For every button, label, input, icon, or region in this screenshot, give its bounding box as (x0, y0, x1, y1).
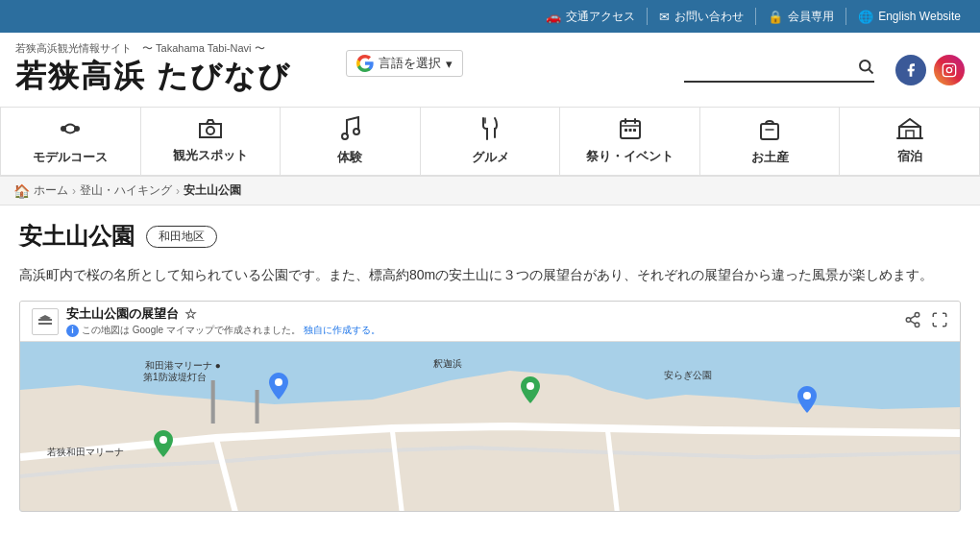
nav-festival[interactable]: 祭り・イベント (560, 107, 700, 176)
svg-rect-15 (899, 127, 920, 138)
globe-icon: 🌐 (858, 10, 873, 24)
nav-accommodation[interactable]: 宿泊 (840, 107, 980, 176)
map-pin-marina[interactable] (268, 373, 289, 403)
svg-point-9 (354, 129, 359, 134)
header: 若狭高浜観光情報サイト 〜 Takahama Tabi-Navi 〜 若狭高浜 … (0, 33, 980, 108)
map-info-text: この地図は Google マイマップで作成されました。 (82, 324, 301, 337)
breadcrumb-current: 安土山公園 (184, 182, 241, 199)
google-logo (356, 55, 374, 72)
access-label: 交通アクセス (566, 9, 635, 25)
hotel-icon (896, 117, 923, 144)
breadcrumb-hiking[interactable]: 登山・ハイキング (80, 182, 172, 199)
map-title-text: 安土山公園の展望台 (66, 305, 179, 323)
member-link[interactable]: 🔒 会員専用 (758, 5, 844, 29)
map-controls (904, 311, 948, 332)
nav-model-course[interactable]: モデルコース (0, 107, 141, 176)
car-icon: 🚗 (546, 10, 561, 24)
nav-sightseeing[interactable]: 観光スポット (141, 107, 282, 176)
svg-point-8 (342, 133, 348, 139)
map-body[interactable]: 和田港マリーナ ● 第1防波堤灯台 釈迦浜 安らぎ公園 若狭和田マリーナ (20, 342, 960, 512)
instagram-icon[interactable] (934, 55, 965, 85)
divider-3 (845, 8, 846, 25)
contact-label: お問い合わせ (674, 9, 744, 25)
svg-rect-16 (906, 131, 914, 138)
nav-souvenir[interactable]: お土産 (700, 107, 841, 176)
svg-point-30 (159, 436, 167, 444)
translate-button[interactable]: 言語を選択 ▾ (346, 50, 463, 77)
svg-point-29 (803, 392, 811, 400)
logo-area: 若狭高浜観光情報サイト 〜 Takahama Tabi-Navi 〜 若狭高浜 … (15, 41, 646, 98)
lock-icon: 🔒 (768, 10, 783, 24)
map-pin-shakahama[interactable] (520, 376, 541, 407)
svg-rect-13 (633, 129, 636, 132)
breadcrumb-home[interactable]: ホーム (34, 182, 68, 199)
translate-label: 言語を選択 (379, 55, 441, 72)
nav-gourmet[interactable]: グルメ (421, 107, 561, 176)
nav-experience-label: 体験 (337, 149, 362, 166)
nav-model-course-label: モデルコース (33, 149, 108, 166)
map-info: i この地図は Google マイマップで作成されました。 独自に作成する。 (66, 324, 896, 337)
main-nav: モデルコース 観光スポット 体験 (0, 108, 980, 177)
nav-festival-label: 祭り・イベント (586, 148, 674, 165)
svg-rect-11 (625, 129, 627, 132)
svg-line-1 (869, 69, 872, 73)
svg-rect-18 (38, 323, 52, 325)
english-label: English Website (878, 10, 961, 23)
search-icon (857, 58, 874, 75)
svg-line-22 (910, 321, 915, 324)
map-fullscreen-button[interactable] (931, 311, 948, 332)
map-label-lighthouse: 第1防波堤灯台 (143, 371, 207, 384)
page-description: 高浜町内で桜の名所として知られている公園です。また、標高約80mの安土山に３つの… (19, 263, 961, 287)
map-create-link[interactable]: 独自に作成する。 (304, 324, 380, 337)
search-button[interactable] (857, 58, 874, 79)
breadcrumb: 🏠 ホーム › 登山・ハイキング › 安土山公園 (0, 177, 980, 206)
nav-experience[interactable]: 体験 (281, 107, 421, 176)
svg-rect-2 (943, 63, 955, 76)
bag-icon (758, 116, 781, 145)
map-top-bar: 安土山公園の展望台 ☆ i この地図は Google マイマップで作成されました… (20, 302, 960, 342)
site-subtitle: 若狭高浜観光情報サイト 〜 Takahama Tabi-Navi 〜 (15, 41, 646, 56)
model-course-icon (58, 116, 83, 145)
info-icon: i (66, 325, 79, 337)
svg-line-23 (910, 316, 915, 319)
svg-rect-25 (211, 380, 215, 424)
map-pin-yasuragi[interactable] (796, 386, 818, 417)
map-share-button[interactable] (904, 311, 921, 332)
svg-rect-14 (761, 124, 778, 139)
access-link[interactable]: 🚗 交通アクセス (536, 5, 645, 29)
mail-icon: ✉ (659, 10, 670, 24)
svg-point-20 (906, 317, 911, 322)
fork-knife-icon (479, 116, 501, 145)
map-pin-wada-marina[interactable] (153, 430, 174, 461)
facebook-icon[interactable] (895, 55, 926, 85)
svg-point-19 (915, 312, 919, 317)
english-link[interactable]: 🌐 English Website (848, 6, 970, 28)
social-icons (895, 55, 965, 85)
map-layers-button[interactable] (32, 308, 59, 335)
svg-point-4 (952, 65, 953, 66)
nav-sightseeing-label: 観光スポット (173, 147, 248, 164)
nav-accommodation-label: 宿泊 (897, 148, 922, 165)
main-content: 安土山公園 和田地区 高浜町内で桜の名所として知られている公園です。また、標高約… (0, 206, 980, 521)
calendar-icon (619, 117, 642, 144)
map-star-button[interactable]: ☆ (184, 306, 197, 322)
contact-link[interactable]: ✉ お問い合わせ (649, 5, 753, 29)
svg-point-7 (207, 127, 214, 134)
camera-icon (198, 118, 223, 143)
tag-badge[interactable]: 和田地区 (146, 226, 217, 248)
music-icon (339, 116, 360, 145)
member-label: 会員専用 (788, 9, 834, 25)
search-input[interactable] (684, 61, 857, 76)
page-title-area: 安土山公園 和田地区 (19, 221, 961, 252)
home-icon: 🏠 (13, 183, 30, 199)
map-label-wada-marina: 若狭和田マリーナ (47, 446, 124, 459)
search-bar (684, 58, 874, 83)
site-title[interactable]: 若狭高浜 たびなび (15, 56, 646, 98)
map-label-yasuragi: 安らぎ公園 (664, 369, 712, 382)
map-label-shakahama: 釈迦浜 (433, 357, 462, 371)
divider-2 (755, 8, 756, 25)
svg-rect-26 (256, 390, 259, 424)
nav-gourmet-label: グルメ (472, 149, 509, 166)
divider-1 (647, 8, 648, 25)
top-bar: 🚗 交通アクセス ✉ お問い合わせ 🔒 会員専用 🌐 English Websi… (0, 0, 980, 33)
